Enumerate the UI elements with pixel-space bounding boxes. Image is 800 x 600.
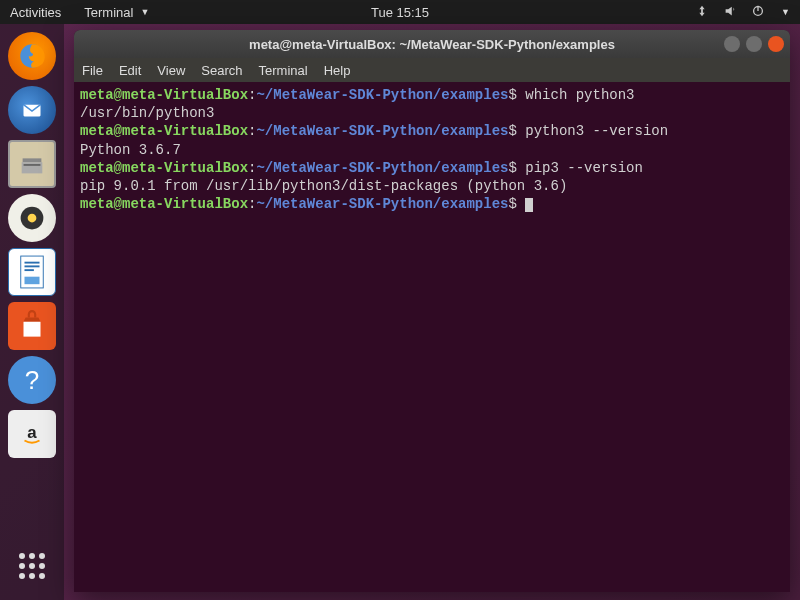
svg-rect-15 xyxy=(25,277,40,285)
dock-thunderbird[interactable] xyxy=(8,86,56,134)
system-tray: ▼ xyxy=(695,4,790,21)
window-title: meta@meta-VirtualBox: ~/MetaWear-SDK-Pyt… xyxy=(249,37,615,52)
menu-terminal[interactable]: Terminal xyxy=(259,63,308,78)
svg-rect-7 xyxy=(22,162,43,173)
terminal-body[interactable]: meta@meta-VirtualBox:~/MetaWear-SDK-Pyth… xyxy=(74,82,790,592)
titlebar[interactable]: meta@meta-VirtualBox: ~/MetaWear-SDK-Pyt… xyxy=(74,30,790,58)
cursor xyxy=(525,198,533,212)
svg-rect-14 xyxy=(25,269,34,271)
svg-rect-16 xyxy=(24,322,41,337)
svg-rect-13 xyxy=(25,265,40,267)
menu-help[interactable]: Help xyxy=(324,63,351,78)
minimize-button[interactable] xyxy=(724,36,740,52)
dock-files[interactable] xyxy=(8,140,56,188)
dock-help[interactable]: ? xyxy=(8,356,56,404)
maximize-button[interactable] xyxy=(746,36,762,52)
app-menu[interactable]: Terminal ▼ xyxy=(79,5,149,20)
cmd-line: which python3 xyxy=(517,87,635,103)
terminal-window: meta@meta-VirtualBox: ~/MetaWear-SDK-Pyt… xyxy=(74,30,790,592)
power-icon[interactable] xyxy=(751,4,765,21)
dock-writer[interactable] xyxy=(8,248,56,296)
chevron-down-icon[interactable]: ▼ xyxy=(781,7,790,17)
dock-software[interactable] xyxy=(8,302,56,350)
output-line: Python 3.6.7 xyxy=(80,142,181,158)
dock-amazon[interactable]: a xyxy=(8,410,56,458)
clock[interactable]: Tue 15:15 xyxy=(371,5,429,20)
cmd-line: pip3 --version xyxy=(517,160,643,176)
dock: ? a xyxy=(0,24,64,600)
volume-icon[interactable] xyxy=(723,4,737,21)
cmd-line xyxy=(517,196,525,212)
prompt-user: meta@meta-VirtualBox xyxy=(80,87,248,103)
activities-button[interactable]: Activities xyxy=(10,5,61,20)
menu-edit[interactable]: Edit xyxy=(119,63,141,78)
cmd-line: python3 --version xyxy=(517,123,668,139)
chevron-down-icon: ▼ xyxy=(140,7,149,17)
menu-view[interactable]: View xyxy=(157,63,185,78)
network-icon[interactable] xyxy=(695,4,709,21)
prompt-path: ~/MetaWear-SDK-Python/examples xyxy=(256,87,508,103)
close-button[interactable] xyxy=(768,36,784,52)
dock-firefox[interactable] xyxy=(8,32,56,80)
svg-point-10 xyxy=(28,214,37,223)
output-line: pip 9.0.1 from /usr/lib/python3/dist-pac… xyxy=(80,178,567,194)
menu-file[interactable]: File xyxy=(82,63,103,78)
dock-rhythmbox[interactable] xyxy=(8,194,56,242)
svg-text:a: a xyxy=(27,423,37,442)
svg-rect-6 xyxy=(23,158,42,162)
menu-search[interactable]: Search xyxy=(201,63,242,78)
dock-show-apps[interactable] xyxy=(8,542,56,590)
menubar: File Edit View Search Terminal Help xyxy=(74,58,790,82)
gnome-top-bar: Activities Terminal ▼ Tue 15:15 ▼ xyxy=(0,0,800,24)
svg-rect-12 xyxy=(25,262,40,264)
output-line: /usr/bin/python3 xyxy=(80,105,214,121)
svg-rect-8 xyxy=(24,164,41,166)
